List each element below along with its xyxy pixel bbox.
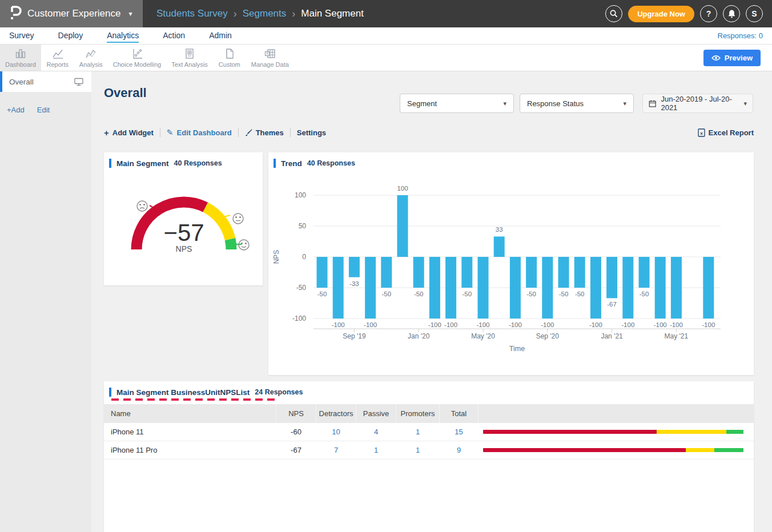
manage-data-icon: X bbox=[264, 47, 276, 60]
upgrade-now-button[interactable]: Upgrade Now bbox=[628, 6, 694, 22]
tool-manage-data[interactable]: X Manage Data bbox=[246, 45, 294, 71]
product-menu[interactable]: Customer Experience ▾ bbox=[0, 0, 143, 27]
bar-value-label: -100 bbox=[332, 321, 345, 328]
trend-bar-Jul20 bbox=[510, 257, 521, 319]
cell-detractors: 7 bbox=[316, 441, 356, 459]
bar-value-label: -100 bbox=[444, 321, 457, 328]
chevron-down-icon: ▾ bbox=[128, 10, 132, 18]
tool-custom[interactable]: Custom bbox=[213, 45, 246, 71]
sidebar-item-overall[interactable]: Overall bbox=[0, 71, 91, 92]
product-title: Customer Experience bbox=[27, 8, 120, 19]
notifications-button[interactable] bbox=[723, 5, 740, 22]
divider bbox=[160, 128, 160, 137]
x-tick-label: Sep '20 bbox=[536, 332, 560, 340]
nav-deploy[interactable]: Deploy bbox=[58, 29, 83, 43]
title-accent-bar bbox=[274, 159, 276, 168]
column-header-name: Name bbox=[104, 404, 276, 423]
dashboard-icon bbox=[14, 47, 27, 60]
widget-title: Trend 40 Responses bbox=[268, 152, 754, 168]
bar-value-label: -50 bbox=[559, 291, 569, 297]
nav-admin[interactable]: Admin bbox=[209, 29, 232, 43]
nav-items: Survey Deploy Analytics Action Admin bbox=[0, 29, 718, 43]
gauge-segment-promoter bbox=[230, 239, 231, 249]
main-nav: Survey Deploy Analytics Action Admin Res… bbox=[0, 27, 772, 45]
x-axis-title: Time bbox=[509, 345, 525, 353]
bar-value-label: -50 bbox=[381, 291, 391, 297]
excel-report-button[interactable]: x Excel Report bbox=[698, 128, 754, 137]
trend-bar-Sep19 bbox=[349, 257, 360, 277]
settings-button[interactable]: Settings bbox=[297, 128, 326, 137]
breadcrumb: Students Survey › Segments › Main Segmen… bbox=[143, 8, 605, 20]
widget-response-count: 24 Responses bbox=[255, 388, 303, 396]
themes-label: Themes bbox=[256, 128, 284, 137]
trend-bar-Nov20 bbox=[574, 257, 585, 288]
tool-choice-modelling[interactable]: Choice Modelling bbox=[108, 45, 166, 71]
title-accent-bar bbox=[109, 388, 111, 397]
help-button[interactable]: ? bbox=[700, 5, 717, 22]
choice-modelling-icon bbox=[131, 47, 143, 60]
cell-detractors: 10 bbox=[316, 423, 356, 441]
preview-label: Preview bbox=[725, 54, 753, 62]
nps-table: NameNPSDetractorsPassivePromotersTotaliP… bbox=[104, 404, 754, 460]
segment-filter-value: Segment bbox=[407, 99, 437, 108]
breadcrumb-segments[interactable]: Segments bbox=[243, 8, 287, 19]
top-bar: Customer Experience ▾ Students Survey › … bbox=[0, 0, 772, 27]
edit-dashboard-button[interactable]: ✎ Edit Dashboard bbox=[167, 128, 232, 137]
date-range-picker[interactable]: Jun-20-2019 - Jul-20-2021 ▾ bbox=[642, 94, 753, 113]
preview-button[interactable]: Preview bbox=[703, 50, 761, 66]
questionpro-logo-icon bbox=[8, 4, 22, 23]
table-row: iPhone 11-60104115 bbox=[104, 423, 754, 441]
calendar-icon bbox=[649, 99, 656, 108]
trend-widget: Trend 40 Responses 100500-50-100Sep '19J… bbox=[268, 152, 754, 375]
segment-filter-select[interactable]: Segment ▾ bbox=[400, 94, 514, 113]
nav-analytics[interactable]: Analytics bbox=[107, 29, 139, 43]
date-range-value: Jun-20-2019 - Jul-20-2021 bbox=[661, 95, 739, 112]
tool-reports[interactable]: Reports bbox=[41, 45, 74, 71]
nps-distribution-bar bbox=[479, 441, 754, 459]
excel-file-icon: x bbox=[698, 128, 705, 137]
monitor-icon bbox=[74, 78, 83, 86]
gauge-value: −57 bbox=[163, 219, 204, 246]
avatar-initial: S bbox=[751, 9, 757, 18]
trend-bar-Oct20 bbox=[558, 257, 569, 288]
analytics-toolbar: Dashboard Reports Analysis Choice Modell… bbox=[0, 45, 772, 71]
trend-bar-Feb21 bbox=[622, 257, 633, 319]
bar-value-label: -100 bbox=[509, 321, 522, 328]
add-widget-button[interactable]: + Add Widget bbox=[104, 128, 154, 138]
column-header-promoters: Promoters bbox=[396, 404, 440, 423]
tool-text-analysis[interactable]: Text Analysis bbox=[166, 45, 213, 71]
neutral-face-icon bbox=[233, 213, 243, 224]
tool-analysis[interactable]: Analysis bbox=[74, 45, 108, 71]
bar-value-label: -100 bbox=[670, 321, 683, 328]
trend-bar-Sep20 bbox=[542, 257, 553, 319]
bar-value-label: -100 bbox=[541, 321, 554, 328]
account-avatar[interactable]: S bbox=[746, 5, 763, 22]
nav-survey[interactable]: Survey bbox=[9, 29, 34, 43]
excel-report-label: Excel Report bbox=[709, 128, 754, 137]
custom-icon bbox=[223, 47, 236, 60]
question-mark-icon: ? bbox=[706, 9, 711, 18]
add-widget-label: Add Widget bbox=[112, 128, 154, 137]
trend-bar-Jan20 bbox=[413, 257, 424, 288]
tool-dashboard[interactable]: Dashboard bbox=[0, 45, 41, 71]
trend-bar-Aug20 bbox=[526, 257, 537, 288]
sidebar-add-link[interactable]: +Add bbox=[7, 106, 25, 114]
bar-value-label: -100 bbox=[621, 321, 634, 328]
breadcrumb-survey[interactable]: Students Survey bbox=[156, 8, 228, 19]
eye-icon bbox=[711, 55, 721, 61]
bar-value-label: -50 bbox=[317, 291, 327, 297]
widget-response-count: 40 Responses bbox=[307, 159, 355, 167]
y-tick-label: -100 bbox=[292, 315, 306, 323]
x-tick-label: May '20 bbox=[471, 332, 495, 340]
nav-action[interactable]: Action bbox=[163, 29, 185, 43]
settings-label: Settings bbox=[297, 128, 326, 137]
search-button[interactable] bbox=[605, 5, 622, 22]
customer-experience-dashboard: { "header": { "product": "Customer Exper… bbox=[0, 0, 772, 532]
trend-bar-May21 bbox=[671, 257, 682, 319]
sidebar-edit-link[interactable]: Edit bbox=[37, 106, 50, 114]
bar-value-label: -100 bbox=[476, 321, 489, 328]
plus-icon: + bbox=[104, 128, 109, 138]
column-header-total: Total bbox=[440, 404, 479, 423]
themes-button[interactable]: Themes bbox=[245, 128, 284, 137]
response-status-filter-select[interactable]: Response Status ▾ bbox=[520, 94, 634, 113]
